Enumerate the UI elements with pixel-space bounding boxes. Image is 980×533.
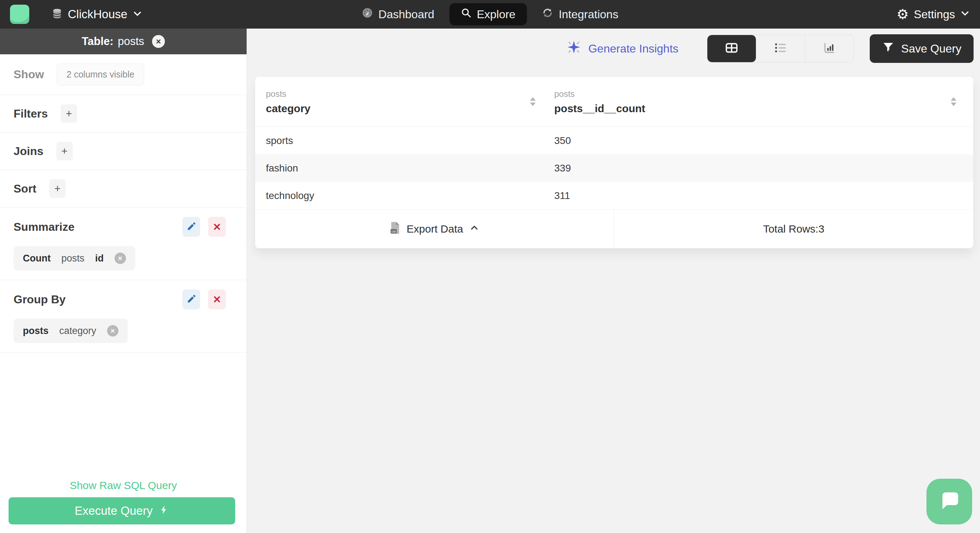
show-section: Show 2 columns visible — [0, 54, 247, 95]
sort-up-icon — [951, 97, 956, 101]
sort-toggle-count[interactable] — [951, 97, 956, 106]
list-view-button[interactable] — [756, 35, 805, 62]
main-nav: Dashboard Explore — [359, 3, 621, 26]
show-raw-sql-link[interactable]: Show Raw SQL Query — [0, 479, 247, 492]
total-rows-indicator: Total Rows:3 — [614, 210, 973, 248]
cell-category: technology — [255, 190, 554, 201]
bar-chart-icon — [822, 41, 837, 56]
table-view-button[interactable] — [707, 35, 756, 62]
svg-text:csv: csv — [391, 229, 396, 233]
list-view-icon — [773, 40, 788, 57]
column-header-count[interactable]: posts posts__id__count — [554, 77, 973, 126]
generate-insights-link[interactable]: Generate Insights — [566, 39, 678, 58]
export-data-button[interactable]: csv Export Data — [255, 210, 614, 248]
remove-summarize-button[interactable]: ✕ — [208, 217, 226, 237]
chat-bubble-icon — [937, 490, 961, 514]
table-view-icon — [724, 41, 739, 56]
sort-down-icon — [530, 102, 536, 106]
results-area: Generate Insights — [247, 29, 980, 533]
remove-group-by-button[interactable]: ✕ — [208, 289, 226, 310]
columns-visible-badge[interactable]: 2 columns visible — [57, 64, 144, 85]
table-header-row: posts category posts posts__id__count — [255, 77, 973, 127]
save-query-label: Save Query — [901, 42, 961, 55]
add-filter-button[interactable]: + — [60, 104, 77, 123]
column-table-name: posts — [266, 89, 310, 99]
app-logo — [10, 5, 29, 24]
results-table-card: posts category posts posts__id__count — [255, 77, 973, 248]
summarize-chip-table: posts — [61, 253, 84, 264]
app-root: ClickHouse Dashb — [0, 0, 980, 533]
edit-group-by-button[interactable] — [182, 289, 200, 310]
remove-summarize-chip-button[interactable]: ✕ — [115, 252, 126, 264]
results-toolbar: Generate Insights — [247, 29, 980, 69]
add-sort-button[interactable]: + — [49, 179, 66, 198]
cell-count: 350 — [554, 135, 571, 147]
table-label: Table: — [82, 35, 113, 48]
table-header-bar: Table: posts ✕ — [0, 29, 247, 54]
column-name: posts__id__count — [554, 102, 645, 115]
gear-icon: ⚙ — [896, 8, 908, 21]
sort-label: Sort — [14, 182, 37, 195]
lightning-bolt-icon — [159, 504, 169, 518]
nav-explore-label: Explore — [477, 8, 516, 21]
brand-name: ClickHouse — [68, 8, 127, 21]
export-data-label: Export Data — [406, 223, 463, 235]
joins-section: Joins + — [0, 132, 247, 170]
table-footer: csv Export Data Total Rows:3 — [255, 209, 973, 248]
funnel-icon — [882, 41, 895, 56]
execute-query-label: Execute Query — [75, 504, 153, 518]
generate-insights-label: Generate Insights — [588, 42, 678, 55]
cell-category: sports — [255, 135, 554, 147]
nav-explore[interactable]: Explore — [449, 3, 527, 26]
query-builder-sidebar: Table: posts ✕ Show 2 columns visible Fi… — [0, 29, 247, 533]
brand-area: ClickHouse — [10, 5, 142, 24]
cell-category: fashion — [255, 163, 554, 174]
nav-dashboard-label: Dashboard — [378, 8, 434, 21]
database-selector[interactable]: ClickHouse — [51, 8, 142, 21]
table-row[interactable]: technology 311 — [255, 182, 973, 209]
cell-count: 339 — [554, 163, 571, 174]
chat-widget-button[interactable] — [926, 479, 972, 524]
search-icon — [461, 8, 471, 21]
summarize-label: Summarize — [14, 220, 75, 234]
group-by-chip: posts category ✕ — [14, 319, 128, 343]
table-row[interactable]: sports 350 — [255, 127, 973, 154]
execute-query-button[interactable]: Execute Query — [9, 497, 235, 524]
save-query-button[interactable]: Save Query — [870, 34, 974, 63]
settings-label: Settings — [914, 8, 955, 21]
column-name: category — [266, 102, 310, 115]
summarize-chip-aggregate: Count — [23, 253, 51, 264]
group-by-chip-table: posts — [23, 326, 49, 337]
group-by-section: Group By ✕ posts category ✕ — [0, 280, 247, 353]
nav-integrations[interactable]: Integrations — [539, 7, 621, 21]
dashboard-gauge-icon — [361, 7, 373, 21]
chevron-down-icon — [960, 8, 970, 21]
edit-summarize-button[interactable] — [182, 217, 200, 237]
add-join-button[interactable]: + — [56, 142, 73, 160]
table-row[interactable]: fashion 339 — [255, 154, 973, 182]
database-icon — [51, 8, 63, 21]
chevron-up-icon — [469, 223, 480, 236]
chart-view-button[interactable] — [805, 35, 854, 62]
summarize-chip-column: id — [95, 253, 104, 264]
cell-count: 311 — [554, 190, 570, 201]
sort-toggle-category[interactable] — [530, 97, 536, 106]
remove-table-button[interactable]: ✕ — [152, 35, 165, 48]
sort-up-icon — [530, 97, 536, 101]
sparkle-icon — [566, 39, 582, 58]
column-header-category[interactable]: posts category — [255, 77, 554, 126]
filters-label: Filters — [14, 107, 48, 120]
group-by-label: Group By — [14, 293, 66, 306]
table-name: posts — [118, 35, 144, 48]
total-rows-label: Total Rows:3 — [763, 223, 824, 235]
settings-menu[interactable]: ⚙ Settings — [896, 8, 970, 21]
view-toggle-group — [707, 35, 854, 62]
sort-down-icon — [951, 102, 956, 106]
nav-dashboard[interactable]: Dashboard — [359, 7, 437, 21]
pencil-icon — [187, 294, 196, 305]
chevron-down-icon — [132, 9, 142, 20]
joins-label: Joins — [14, 145, 43, 158]
column-table-name: posts — [554, 89, 645, 99]
top-navbar: ClickHouse Dashb — [0, 0, 980, 29]
remove-group-by-chip-button[interactable]: ✕ — [107, 325, 118, 337]
